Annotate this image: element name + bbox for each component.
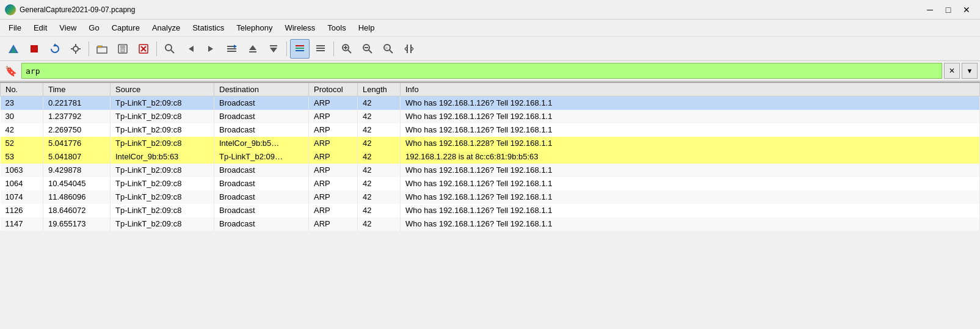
- start-capture-button[interactable]: [4, 39, 23, 59]
- svg-rect-11: [98, 46, 102, 48]
- col-header-no[interactable]: No.: [1, 82, 43, 96]
- svg-rect-2: [31, 45, 38, 52]
- cell-length: 42: [358, 164, 401, 177]
- open-file-button[interactable]: [92, 39, 112, 59]
- table-row[interactable]: 112618.646072Tp-LinkT_b2:09:c8BroadcastA…: [1, 204, 980, 217]
- table-row[interactable]: 301.237792Tp-LinkT_b2:09:c8BroadcastARP4…: [1, 110, 980, 123]
- menu-item-capture[interactable]: Capture: [106, 21, 146, 35]
- col-header-length[interactable]: Length: [358, 82, 401, 96]
- table-row[interactable]: 10639.429878Tp-LinkT_b2:09:c8BroadcastAR…: [1, 164, 980, 177]
- cell-length: 42: [358, 177, 401, 190]
- cell-source: Tp-LinkT_b2:09:c8: [111, 217, 214, 231]
- toolbar-separator-4: [333, 42, 334, 56]
- maximize-button[interactable]: □: [940, 2, 957, 17]
- packet-list: No. Time Source Destination Protocol Len…: [0, 82, 980, 313]
- menu-item-go[interactable]: Go: [82, 21, 105, 35]
- find-button[interactable]: [160, 39, 180, 59]
- svg-marker-25: [234, 45, 237, 48]
- table-row[interactable]: 525.041776Tp-LinkT_b2:09:c8IntelCor_9b:b…: [1, 137, 980, 150]
- cell-length: 42: [358, 204, 401, 217]
- table-row[interactable]: 107411.486096Tp-LinkT_b2:09:c8BroadcastA…: [1, 190, 980, 204]
- back-button[interactable]: [181, 39, 200, 59]
- svg-marker-21: [208, 46, 213, 52]
- menu-item-tools[interactable]: Tools: [321, 21, 352, 35]
- minimize-button[interactable]: ─: [921, 2, 938, 17]
- goto-button[interactable]: [222, 39, 242, 59]
- menu-item-analyze[interactable]: Analyze: [146, 21, 186, 35]
- cell-no: 1063: [1, 164, 43, 177]
- cell-protocol: ARP: [309, 137, 358, 150]
- col-header-protocol[interactable]: Protocol: [309, 82, 358, 96]
- zoom-normal-button[interactable]: =: [379, 39, 398, 59]
- svg-line-44: [390, 50, 393, 53]
- menu-item-help[interactable]: Help: [352, 21, 381, 35]
- svg-line-19: [171, 50, 174, 53]
- cell-time: 11.486096: [43, 190, 111, 204]
- cell-source: Tp-LinkT_b2:09:c8: [111, 123, 214, 137]
- options-button[interactable]: [66, 39, 85, 59]
- table-header: No. Time Source Destination Protocol Len…: [1, 82, 980, 96]
- filter-options-button[interactable]: ▼: [962, 63, 978, 79]
- table-row[interactable]: 230.221781Tp-LinkT_b2:09:c8BroadcastARP4…: [1, 96, 980, 110]
- menu-item-telephony[interactable]: Telephony: [230, 21, 278, 35]
- bottom-button[interactable]: [264, 39, 283, 59]
- cell-info: Who has 192.168.1.126? Tell 192.168.1.1: [401, 96, 980, 110]
- menu-item-wireless[interactable]: Wireless: [278, 21, 321, 35]
- table-row[interactable]: 114719.655173Tp-LinkT_b2:09:c8BroadcastA…: [1, 217, 980, 231]
- close-file-button[interactable]: [134, 39, 153, 59]
- cell-no: 23: [1, 96, 43, 110]
- cell-source: Tp-LinkT_b2:09:c8: [111, 177, 214, 190]
- cell-no: 1147: [1, 217, 43, 231]
- svg-marker-28: [270, 48, 277, 52]
- filter-clear-button[interactable]: ✕: [944, 63, 960, 79]
- table-row[interactable]: 422.269750Tp-LinkT_b2:09:c8BroadcastARP4…: [1, 123, 980, 137]
- menu-item-edit[interactable]: Edit: [27, 21, 53, 35]
- title-bar-left: GeneralCapture2021-09-07.pcapng: [5, 4, 135, 15]
- cell-time: 19.655173: [43, 217, 111, 231]
- cell-length: 42: [358, 217, 401, 231]
- cell-destination: Broadcast: [214, 123, 309, 137]
- restart-button[interactable]: [45, 39, 65, 59]
- cell-source: Tp-LinkT_b2:09:c8: [111, 164, 214, 177]
- cell-length: 42: [358, 96, 401, 110]
- view-toggle-button[interactable]: [311, 39, 330, 59]
- top-button[interactable]: [243, 39, 263, 59]
- table-row[interactable]: 106410.454045Tp-LinkT_b2:09:c8BroadcastA…: [1, 177, 980, 190]
- col-header-info[interactable]: Info: [401, 82, 980, 96]
- filter-input[interactable]: [21, 63, 942, 79]
- cell-source: Tp-LinkT_b2:09:c8: [111, 204, 214, 217]
- color-rules-button[interactable]: [290, 39, 310, 59]
- layout-button[interactable]: [399, 39, 419, 59]
- window-controls: ─ □ ✕: [921, 2, 975, 17]
- col-header-source[interactable]: Source: [111, 82, 214, 96]
- toolbar-separator-1: [89, 42, 89, 56]
- menu-bar: FileEditViewGoCaptureAnalyzeStatisticsTe…: [0, 20, 980, 37]
- svg-line-41: [369, 50, 372, 53]
- forward-button[interactable]: [201, 39, 221, 59]
- table-row[interactable]: 535.041807IntelCor_9b:b5:63Tp-LinkT_b2:0…: [1, 150, 980, 164]
- menu-item-statistics[interactable]: Statistics: [186, 21, 230, 35]
- cell-source: IntelCor_9b:b5:63: [111, 150, 214, 164]
- menu-item-file[interactable]: File: [2, 21, 27, 35]
- cell-destination: Broadcast: [214, 110, 309, 123]
- toolbar-separator-2: [156, 42, 157, 56]
- col-header-time[interactable]: Time: [43, 82, 111, 96]
- zoom-out-button[interactable]: [358, 39, 377, 59]
- svg-text:=: =: [385, 46, 388, 50]
- cell-info: Who has 192.168.1.126? Tell 192.168.1.1: [401, 123, 980, 137]
- col-header-destination[interactable]: Destination: [214, 82, 309, 96]
- stop-button[interactable]: [24, 39, 44, 59]
- cell-no: 42: [1, 123, 43, 137]
- zoom-in-button[interactable]: [337, 39, 357, 59]
- packet-table: No. Time Source Destination Protocol Len…: [0, 82, 980, 231]
- cell-destination: Broadcast: [214, 204, 309, 217]
- cell-time: 0.221781: [43, 96, 111, 110]
- cell-destination: IntelCor_9b:b5…: [214, 137, 309, 150]
- menu-item-view[interactable]: View: [53, 21, 82, 35]
- save-file-button[interactable]: [113, 39, 132, 59]
- cell-protocol: ARP: [309, 96, 358, 110]
- cell-protocol: ARP: [309, 217, 358, 231]
- svg-line-49: [405, 49, 407, 51]
- close-button[interactable]: ✕: [958, 2, 975, 17]
- cell-time: 2.269750: [43, 123, 111, 137]
